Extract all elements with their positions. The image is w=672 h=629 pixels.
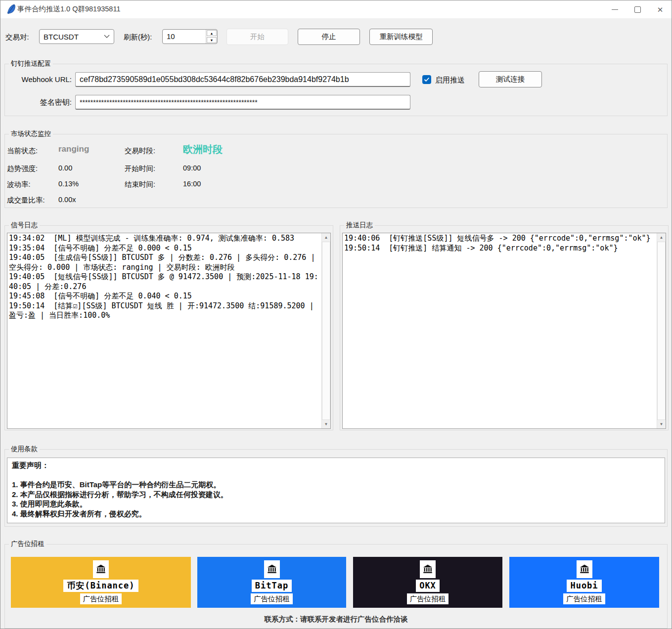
volume-ratio-value: 0.00x (58, 196, 76, 204)
end-time-value: 16:00 (183, 180, 201, 188)
terms-group-title: 使用条款 (9, 445, 40, 454)
ad-platform-name: Huobi (567, 580, 601, 592)
dingtalk-group-title: 钉钉推送配置 (9, 59, 53, 68)
test-connection-button[interactable]: 测试连接 (479, 71, 542, 87)
secret-key-label: 签名密钥: (5, 98, 72, 107)
spinbox-arrows: ▲ ▼ (206, 30, 217, 43)
log-line: 19:40:05 [短线信号[SS级]] BTCUSDT 多 @ 91472.3… (9, 272, 320, 292)
ad-binance[interactable]: 币安(Binance) 广告位招租 (11, 557, 191, 608)
volatility-value: 0.13% (58, 180, 79, 188)
terms-text-box: 重要声明： 1. 事件合约是币安、BitTap等平台的一种合约衍生品二元期权。 … (7, 458, 665, 523)
spin-up-button[interactable]: ▲ (207, 30, 217, 36)
enable-push-checkbox[interactable] (422, 75, 431, 84)
end-time-label: 结束时间: (125, 180, 155, 189)
ad-platform-name: BitTap (252, 580, 292, 592)
log-line: 19:34:02 [ML] 模型训练完成 - 训练集准确率: 0.974, 测试… (9, 234, 320, 244)
terms-line: 4. 最终解释权归开发者所有，侵权必究。 (12, 509, 660, 519)
window-title: 事件合约推送1.0 Q群981935811 (17, 4, 120, 14)
market-status-group: 市场状态监控 当前状态: ranging 交易时段: 欧洲时段 趋势强度: 0.… (4, 134, 668, 208)
spin-down-button[interactable]: ▼ (207, 37, 217, 43)
trend-value: 0.00 (58, 164, 72, 172)
volatility-label: 波动率: (7, 180, 31, 189)
log-line: 19:45:08 [信号不明确] 分差不足 0.040 < 0.15 (9, 292, 320, 301)
ad-slot-label: 广告位招租 (251, 593, 293, 604)
push-log-scrollbar[interactable]: ▲ ▼ (657, 233, 666, 428)
signal-log-text[interactable]: 19:34:02 [ML] 模型训练完成 - 训练集准确率: 0.974, 测试… (7, 233, 321, 428)
bank-icon (264, 560, 280, 578)
terms-line: 3. 使用即同意此条款。 (12, 499, 660, 509)
scroll-up-icon[interactable]: ▲ (657, 233, 666, 242)
log-line: 19:40:06 [钉钉推送[SS级]] 短线信号多 -> 200 {"errc… (344, 234, 655, 244)
state-label: 当前状态: (7, 146, 38, 156)
chevron-down-icon (104, 35, 110, 39)
bank-icon (93, 560, 109, 578)
ad-okx[interactable]: OKX 广告位招租 (353, 557, 502, 608)
log-line: 19:35:04 [信号不明确] 分差不足 0.000 < 0.15 (9, 244, 320, 253)
toolbar: 交易对: BTCUSDT 刷新(秒): 10 ▲ ▼ 开始 停止 重新训练模型 (5, 28, 667, 47)
pair-combobox[interactable]: BTCUSDT (39, 29, 114, 44)
session-label: 交易时段: (125, 146, 155, 156)
ad-huobi[interactable]: Huobi 广告位招租 (509, 557, 659, 608)
signal-log-box: 19:34:02 [ML] 模型训练完成 - 训练集准确率: 0.974, 测试… (7, 233, 331, 429)
ad-slot-label: 广告位招租 (80, 593, 122, 604)
ad-slot-label: 广告位招租 (563, 593, 605, 604)
ad-bittap[interactable]: BitTap 广告位招租 (197, 557, 346, 608)
terms-line: 2. 本产品仅根据指标进行分析，帮助学习，不构成任何投资建议。 (12, 490, 660, 500)
log-line: 19:40:05 [生成信号[SS级]] BTCUSDT 多 | 分数差: 0.… (9, 253, 320, 272)
app-feather-icon (6, 4, 16, 15)
signal-log-title: 信号日志 (9, 221, 40, 230)
app-window: 事件合约推送1.0 Q群981935811 ✕ 交易对: BTCUSDT 刷新(… (0, 0, 672, 629)
terms-line: 重要声明： (12, 461, 660, 470)
log-line: 19:50:14 [结算☑][SS级] BTCUSDT 短线 胜 | 开:914… (9, 301, 320, 321)
ads-group: 广告位招租 币安(Binance) 广告位招租 BitTap 广告位招租 OKX… (4, 544, 668, 629)
webhook-url-label: Webhook URL: (5, 75, 72, 84)
maximize-icon (634, 6, 641, 13)
enable-push-label: 启用推送 (435, 76, 465, 85)
log-line: 19:50:14 [钉钉推送] 结算通知 -> 200 {"errcode":0… (344, 244, 655, 253)
minimize-icon (612, 9, 618, 10)
title-bar: 事件合约推送1.0 Q群981935811 ✕ (0, 0, 672, 18)
volume-ratio-label: 成交量比率: (7, 196, 45, 205)
state-value: ranging (58, 144, 89, 154)
dingtalk-config-group: 钉钉推送配置 Webhook URL: 启用推送 测试连接 签名密钥: (4, 64, 668, 116)
start-button[interactable]: 开始 (226, 29, 288, 45)
refresh-spinbox-value: 10 (163, 30, 206, 43)
refresh-spinbox[interactable]: 10 ▲ ▼ (162, 29, 218, 44)
close-button[interactable]: ✕ (649, 0, 672, 18)
ad-slot-label: 广告位招租 (407, 593, 449, 604)
window-controls: ✕ (603, 0, 672, 18)
scroll-down-icon[interactable]: ▼ (657, 420, 666, 428)
signal-log-scrollbar[interactable]: ▲ ▼ (321, 233, 330, 428)
contact-info: 联系方式：请联系开发者进行广告位合作洽谈 (5, 615, 667, 624)
signal-log-group: 信号日志 19:34:02 [ML] 模型训练完成 - 训练集准确率: 0.97… (4, 225, 333, 430)
market-group-title: 市场状态监控 (9, 129, 53, 138)
start-time-value: 09:00 (183, 164, 201, 172)
bank-icon (577, 560, 592, 578)
scroll-thumb[interactable] (657, 242, 666, 420)
close-icon: ✕ (657, 6, 664, 13)
checkmark-icon (424, 77, 430, 82)
minimize-button[interactable] (603, 0, 626, 18)
session-value: 欧洲时段 (183, 143, 223, 156)
push-log-box: 19:40:06 [钉钉推送[SS级]] 短线信号多 -> 200 {"errc… (342, 233, 666, 429)
terms-line (12, 470, 660, 480)
start-time-label: 开始时间: (125, 164, 155, 173)
scroll-thumb[interactable] (322, 242, 330, 420)
webhook-url-input[interactable] (75, 72, 410, 87)
pair-label: 交易对: (5, 33, 29, 42)
secret-key-input[interactable] (75, 95, 410, 110)
ad-platform-name: OKX (416, 580, 440, 592)
ads-group-title: 广告位招租 (9, 540, 46, 548)
trend-label: 趋势强度: (7, 164, 38, 173)
terms-line: 1. 事件合约是币安、BitTap等平台的一种合约衍生品二元期权。 (12, 480, 660, 490)
stop-button[interactable]: 停止 (298, 29, 360, 45)
bank-icon (420, 560, 436, 578)
push-log-group: 推送日志 19:40:06 [钉钉推送[SS级]] 短线信号多 -> 200 {… (340, 225, 669, 430)
push-log-text[interactable]: 19:40:06 [钉钉推送[SS级]] 短线信号多 -> 200 {"errc… (343, 233, 657, 428)
ad-platform-name: 币安(Binance) (63, 580, 138, 592)
pair-combobox-value: BTCUSDT (44, 33, 104, 41)
retrain-model-button[interactable]: 重新训练模型 (369, 29, 433, 45)
maximize-button[interactable] (626, 0, 649, 18)
scroll-down-icon[interactable]: ▼ (322, 420, 330, 428)
scroll-up-icon[interactable]: ▲ (322, 233, 330, 242)
